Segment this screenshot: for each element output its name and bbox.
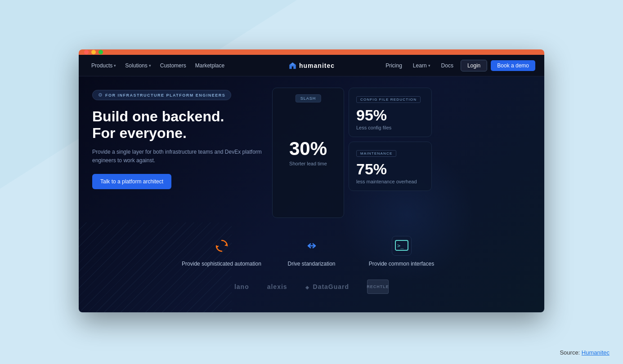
login-button[interactable]: Login [461, 60, 487, 71]
dataguard-icon: ◈ [305, 285, 309, 290]
config-stat-label: Less config files [356, 125, 424, 130]
close-dot[interactable] [84, 50, 89, 54]
source-label: Source: Humanitec [560, 349, 610, 356]
features-row: Provide sophisticated automation Drive s… [79, 227, 544, 275]
svg-marker-0 [224, 243, 227, 246]
maintenance-stat-value: 75% [356, 161, 424, 177]
chevron-down-icon: ▾ [428, 63, 430, 68]
navbar: Products ▾ Solutions ▾ Customers Marketp… [79, 55, 544, 76]
feature-standardization: Drive standarization [267, 236, 357, 268]
browser-window: Products ▾ Solutions ▾ Customers Marketp… [79, 49, 544, 312]
maintenance-stat-label: less maintenance overhead [356, 179, 424, 184]
automation-icon [212, 236, 232, 256]
interfaces-icon: >_ [392, 236, 412, 256]
hero-section: ⚙ FOR INFRASTRUCTURE PLATFORM ENGINEERS … [79, 76, 544, 227]
cta-button[interactable]: Talk to a platform architect [92, 174, 171, 189]
maintenance-stat-tag: MAINTENANCE [356, 150, 396, 157]
nav-solutions[interactable]: Solutions ▾ [121, 61, 154, 71]
nav-marketplace[interactable]: Marketplace [192, 61, 228, 71]
nav-customers[interactable]: Customers [157, 61, 190, 71]
minimize-dot[interactable] [91, 50, 96, 54]
main-content: ⚙ FOR INFRASTRUCTURE PLATFORM ENGINEERS … [79, 76, 544, 312]
book-demo-button[interactable]: Book a demo [491, 60, 535, 71]
standardization-label: Drive standarization [287, 260, 335, 268]
browser-chrome [79, 49, 544, 55]
interfaces-label: Provide common interfaces [369, 260, 434, 268]
svg-text:>_: >_ [397, 243, 404, 249]
site-logo[interactable]: humanitec [288, 62, 335, 70]
hero-title: Build one backend. For everyone. [92, 108, 263, 142]
main-stat-label: Shorter lead time [289, 161, 327, 166]
hero-title-line2: For everyone. [92, 125, 263, 142]
nav-docs[interactable]: Docs [438, 61, 457, 71]
hero-subtitle: Provide a single layer for both infrastr… [92, 148, 263, 165]
config-stat-card: CONFIG FILE REDUCTION 95% Less config fi… [349, 88, 432, 137]
config-stat-tag: CONFIG FILE REDUCTION [356, 96, 421, 103]
slash-badge: SLASH [296, 94, 321, 102]
hero-badge: ⚙ FOR INFRASTRUCTURE PLATFORM ENGINEERS [92, 90, 231, 100]
feature-automation: Provide sophisticated automation [177, 236, 267, 268]
nav-pricing[interactable]: Pricing [382, 61, 406, 71]
nav-left: Products ▾ Solutions ▾ Customers Marketp… [88, 61, 228, 71]
nav-products[interactable]: Products ▾ [88, 61, 120, 71]
hero-stats: SLASH 30% Shorter lead time CONFIG FILE … [272, 88, 432, 218]
config-stat-value: 95% [356, 107, 424, 123]
nav-learn[interactable]: Learn ▾ [409, 61, 434, 71]
logos-row: lano alexis ◈ DataGuard RECHTLE [79, 275, 544, 298]
side-stats: CONFIG FILE REDUCTION 95% Less config fi… [349, 88, 432, 218]
source-link[interactable]: Humanitec [582, 349, 610, 356]
badge-text: FOR INFRASTRUCTURE PLATFORM ENGINEERS [105, 93, 225, 98]
maximize-dot[interactable] [99, 50, 103, 54]
logo-rechtle: RECHTLE [367, 280, 389, 294]
logo-alexis: alexis [267, 283, 287, 290]
maintenance-stat-card: MAINTENANCE 75% less maintenance overhea… [349, 142, 432, 191]
standardization-icon [302, 236, 322, 256]
svg-marker-1 [216, 246, 219, 249]
rechtle-box: RECHTLE [367, 280, 389, 294]
logo-icon [288, 62, 296, 70]
hero-title-line1: Build one backend. [92, 108, 263, 125]
logo-dataguard: ◈ DataGuard [305, 283, 349, 290]
hero-left: ⚙ FOR INFRASTRUCTURE PLATFORM ENGINEERS … [92, 90, 263, 218]
main-stat-card: SLASH 30% Shorter lead time [272, 88, 344, 218]
badge-icon: ⚙ [98, 92, 103, 98]
automation-label: Provide sophisticated automation [182, 260, 261, 268]
main-stat-value: 30% [289, 139, 327, 158]
feature-interfaces: >_ Provide common interfaces [357, 236, 447, 268]
source-text: Source: [560, 349, 580, 356]
chevron-down-icon: ▾ [114, 63, 116, 68]
nav-right: Pricing Learn ▾ Docs Login Book a demo [382, 60, 535, 71]
logo-text: humanitec [299, 62, 335, 69]
logo-lano: lano [234, 283, 249, 290]
chevron-down-icon: ▾ [149, 63, 151, 68]
